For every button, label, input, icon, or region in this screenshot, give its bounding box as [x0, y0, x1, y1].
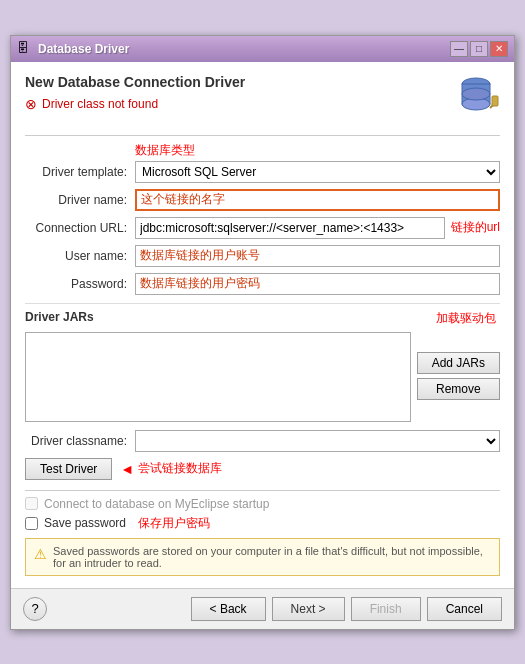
titlebar-left: 🗄 Database Driver	[17, 41, 129, 57]
footer-right: < Back Next > Finish Cancel	[191, 597, 502, 621]
driver-classname-select[interactable]	[135, 430, 500, 452]
driver-name-row: Driver name:	[25, 189, 500, 211]
add-jars-button[interactable]: Add JARs	[417, 352, 500, 374]
jars-buttons: Add JARs Remove	[417, 352, 500, 422]
header-left: New Database Connection Driver ⊗ Driver …	[25, 74, 245, 112]
test-driver-annotation-text: 尝试链接数据库	[138, 460, 222, 477]
minimize-button[interactable]: —	[450, 41, 468, 57]
driver-template-select[interactable]: Microsoft SQL Server MySQL Oracle Postgr…	[135, 161, 500, 183]
jars-header: Driver JARs 加载驱动包	[25, 310, 500, 328]
driver-classname-label: Driver classname:	[25, 434, 135, 448]
jars-inner: Add JARs Remove	[25, 332, 500, 422]
password-row: Password:	[25, 273, 500, 295]
warning-text: Saved passwords are stored on your compu…	[53, 545, 491, 569]
driver-name-label: Driver name:	[25, 193, 135, 207]
footer-left: ?	[23, 597, 47, 621]
header-section: New Database Connection Driver ⊗ Driver …	[25, 74, 500, 125]
error-row: ⊗ Driver class not found	[25, 96, 245, 112]
connect-startup-row: Connect to database on MyEclipse startup	[25, 497, 500, 511]
warning-icon: ⚠	[34, 546, 47, 562]
save-password-annotation: 保存用户密码	[138, 515, 210, 532]
titlebar: 🗄 Database Driver — □ ✕	[11, 36, 514, 62]
password-input[interactable]	[135, 273, 500, 295]
arrow-icon: ◄	[120, 461, 134, 477]
finish-button[interactable]: Finish	[351, 597, 421, 621]
main-content: New Database Connection Driver ⊗ Driver …	[11, 62, 514, 588]
connection-url-label: Connection URL:	[25, 221, 135, 235]
header-separator	[25, 135, 500, 136]
mid-separator	[25, 490, 500, 491]
annotation-driver-template: 数据库类型	[25, 142, 500, 159]
window-icon: 🗄	[17, 41, 33, 57]
error-icon: ⊗	[25, 96, 37, 112]
driver-jars-label: Driver JARs	[25, 310, 94, 324]
svg-rect-5	[492, 96, 498, 106]
close-button[interactable]: ✕	[490, 41, 508, 57]
next-button[interactable]: Next >	[272, 597, 345, 621]
maximize-button[interactable]: □	[470, 41, 488, 57]
footer: ? < Back Next > Finish Cancel	[11, 588, 514, 629]
test-driver-annotation: ◄ 尝试链接数据库	[120, 460, 222, 477]
connect-startup-checkbox[interactable]	[25, 497, 38, 510]
titlebar-controls: — □ ✕	[450, 41, 508, 57]
driver-name-input[interactable]	[135, 189, 500, 211]
save-password-row: Save password 保存用户密码	[25, 515, 500, 532]
user-name-label: User name:	[25, 249, 135, 263]
driver-template-label: Driver template:	[25, 165, 135, 179]
warning-box: ⚠ Saved passwords are stored on your com…	[25, 538, 500, 576]
connection-url-input[interactable]	[135, 217, 445, 239]
user-name-row: User name:	[25, 245, 500, 267]
database-graphic-icon	[452, 74, 500, 122]
connect-startup-label: Connect to database on MyEclipse startup	[44, 497, 269, 511]
save-password-checkbox[interactable]	[25, 517, 38, 530]
database-driver-window: 🗄 Database Driver — □ ✕ New Database Con…	[10, 35, 515, 630]
remove-button[interactable]: Remove	[417, 378, 500, 400]
connection-url-row: Connection URL: 链接的url	[25, 217, 500, 239]
add-jars-annotation: 加载驱动包	[436, 310, 496, 327]
test-driver-row: Test Driver ◄ 尝试链接数据库	[25, 458, 500, 480]
dialog-title: New Database Connection Driver	[25, 74, 245, 90]
driver-template-row: Driver template: Microsoft SQL Server My…	[25, 161, 500, 183]
save-password-label: Save password	[44, 516, 126, 530]
password-label: Password:	[25, 277, 135, 291]
svg-point-3	[462, 88, 490, 100]
jars-list	[25, 332, 411, 422]
cancel-button[interactable]: Cancel	[427, 597, 502, 621]
db-icon-area	[452, 74, 500, 125]
driver-classname-row: Driver classname:	[25, 430, 500, 452]
window-title: Database Driver	[38, 42, 129, 56]
connection-url-annotation: 链接的url	[451, 219, 500, 236]
back-button[interactable]: < Back	[191, 597, 266, 621]
error-text: Driver class not found	[42, 97, 158, 111]
user-name-input[interactable]	[135, 245, 500, 267]
driver-jars-section: Driver JARs 加载驱动包 Add JARs Remove	[25, 303, 500, 422]
test-driver-button[interactable]: Test Driver	[25, 458, 112, 480]
help-button[interactable]: ?	[23, 597, 47, 621]
